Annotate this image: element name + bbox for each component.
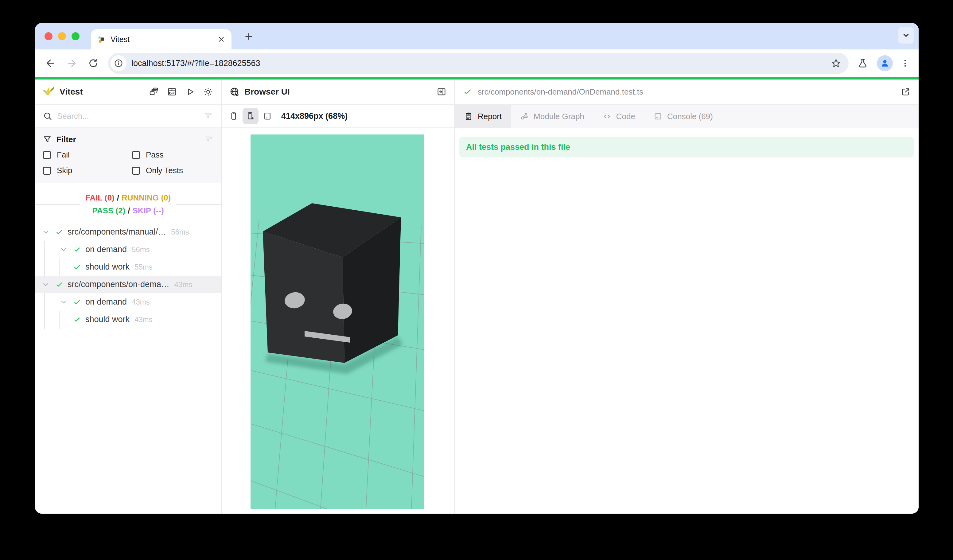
tab-report[interactable]: Report	[455, 105, 511, 128]
test-case-row[interactable]: should work 43ms	[35, 311, 221, 328]
test-file-row[interactable]: src/components/manual/… 56ms	[35, 223, 221, 241]
preview-header: Browser UI	[222, 79, 455, 105]
filter-funnel-icon	[43, 135, 51, 144]
clear-search-filter-icon[interactable]	[205, 112, 213, 120]
filter-option-only-tests[interactable]: Only Tests	[132, 166, 213, 175]
tab-title: Vitest	[110, 35, 130, 44]
pass-check-icon	[55, 228, 63, 236]
test-file-row-selected[interactable]: src/components/on-dema… 43ms	[35, 276, 221, 293]
fail-count: FAIL (0)	[85, 193, 115, 202]
profile-avatar[interactable]	[877, 55, 893, 71]
progress-bar	[35, 77, 919, 79]
test-counts: FAIL (0)/RUNNING (0) PASS (2)/SKIP (--)	[35, 191, 221, 217]
vitest-logo	[43, 86, 55, 98]
close-tab-icon[interactable]	[217, 35, 225, 43]
browser-preview-panel: Browser UI 414x896px (68%)	[222, 79, 455, 513]
test-suite-label: on demand	[85, 297, 127, 307]
browser-menu-icon[interactable]	[898, 59, 912, 68]
test-viewport[interactable]	[250, 135, 424, 509]
test-duration: 56ms	[171, 228, 189, 236]
tab-code[interactable]: Code	[593, 105, 644, 128]
browser-window: Vitest localhost:5173/#/?file=1828625563	[35, 23, 919, 513]
search-icon	[43, 112, 52, 121]
pass-check-icon	[73, 316, 81, 324]
filter-option-fail[interactable]: Fail	[43, 150, 132, 160]
test-duration: 43ms	[132, 298, 150, 306]
url-text[interactable]: localhost:5173/#/?file=1828625563	[131, 59, 260, 68]
phone-portrait-icon[interactable]	[229, 112, 238, 121]
test-duration: 56ms	[132, 245, 150, 254]
search-input[interactable]	[57, 112, 205, 121]
experiments-flask-icon[interactable]	[854, 58, 871, 68]
banner-message: All tests passed in this file	[466, 143, 570, 152]
test-case-row[interactable]: should work 55ms	[35, 258, 221, 276]
app-name: Vitest	[60, 87, 83, 97]
tablet-icon[interactable]	[263, 112, 272, 121]
chevron-down-icon[interactable]	[60, 246, 68, 254]
checkbox[interactable]	[43, 167, 51, 175]
run-all-play-icon[interactable]	[185, 87, 195, 97]
test-file-label: src/components/on-dema…	[68, 280, 169, 289]
filter-option-skip[interactable]: Skip	[43, 166, 132, 175]
dock-panel-right-icon[interactable]	[436, 87, 446, 97]
checkbox[interactable]	[43, 151, 51, 159]
preview-area	[222, 128, 455, 513]
browser-tab[interactable]: Vitest	[91, 29, 231, 50]
search-row	[35, 105, 221, 128]
results-tab-bar: Report Module Graph Code Console (69)	[455, 105, 919, 128]
new-tab-button[interactable]	[240, 28, 257, 45]
test-suite-row[interactable]: on demand 43ms	[35, 293, 221, 311]
back-button[interactable]	[42, 55, 59, 72]
test-duration: 55ms	[135, 263, 152, 271]
filter-option-pass[interactable]: Pass	[132, 150, 213, 160]
pass-count: PASS (2)	[92, 206, 125, 215]
test-tree: src/components/manual/… 56ms on demand 5…	[35, 223, 221, 328]
tab-console[interactable]: Console (69)	[644, 105, 722, 128]
checkbox[interactable]	[132, 167, 140, 175]
chevron-down-icon[interactable]	[42, 281, 50, 289]
url-bar[interactable]: localhost:5173/#/?file=1828625563	[108, 53, 849, 74]
site-info-icon[interactable]	[110, 55, 126, 71]
skip-count: SKIP (--)	[133, 206, 164, 215]
pass-check-icon	[73, 298, 81, 306]
forward-button[interactable]	[63, 55, 81, 72]
sidebar: Vitest	[35, 79, 222, 513]
results-header: src/components/on-demand/OnDemand.test.t…	[455, 79, 919, 105]
vitest-page: Vitest	[35, 77, 919, 513]
report-layout-icon[interactable]	[167, 87, 177, 97]
dashboard-windows-icon[interactable]	[149, 87, 159, 97]
chevron-down-icon[interactable]	[60, 298, 68, 306]
theme-sun-icon[interactable]	[203, 87, 213, 97]
results-panel: src/components/on-demand/OnDemand.test.t…	[455, 79, 919, 513]
reload-button[interactable]	[85, 55, 102, 72]
pass-check-icon	[73, 246, 81, 254]
traffic-lights	[45, 23, 79, 50]
open-external-icon[interactable]	[901, 87, 911, 97]
test-file-label: src/components/manual/…	[68, 227, 166, 237]
minimize-window-button[interactable]	[58, 32, 66, 40]
tab-module-graph[interactable]: Module Graph	[511, 105, 593, 128]
filter-title: Filter	[56, 135, 76, 144]
test-suite-row[interactable]: on demand 56ms	[35, 241, 221, 258]
file-pass-check-icon	[463, 87, 472, 96]
url-toolbar: localhost:5173/#/?file=1828625563	[35, 50, 919, 77]
tab-strip: Vitest	[35, 23, 919, 50]
threejs-scene	[250, 135, 424, 509]
globe-icon	[230, 87, 239, 97]
close-window-button[interactable]	[45, 32, 53, 40]
filter-panel: Filter Fail Pass	[35, 128, 221, 183]
phone-preset-active-button[interactable]	[242, 108, 259, 124]
test-suite-label: on demand	[85, 245, 127, 254]
clear-filters-icon[interactable]	[205, 135, 213, 144]
running-count: RUNNING (0)	[121, 193, 171, 202]
fullscreen-window-button[interactable]	[71, 32, 79, 40]
tab-search-button[interactable]	[898, 27, 914, 43]
test-duration: 43ms	[174, 280, 192, 289]
checkbox[interactable]	[132, 151, 140, 159]
viewport-size-label: 414x896px (68%)	[281, 112, 348, 121]
vitest-favicon	[97, 35, 106, 43]
chevron-down-icon[interactable]	[42, 228, 50, 236]
pass-check-icon	[55, 281, 63, 289]
bookmark-star-icon[interactable]	[831, 58, 841, 68]
test-file-path: src/components/on-demand/OnDemand.test.t…	[478, 87, 643, 97]
